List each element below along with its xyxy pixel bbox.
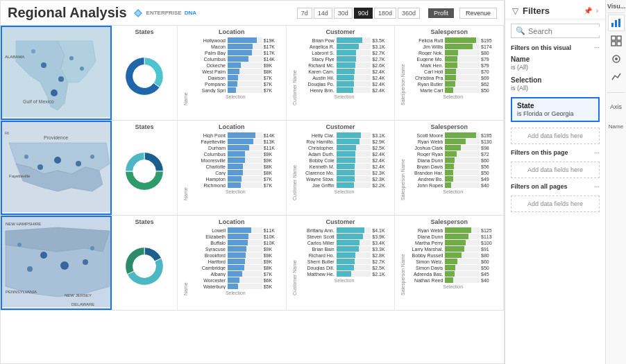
tab-180d[interactable]: 180d: [374, 8, 396, 19]
location-title-1: Location: [182, 28, 282, 35]
add-fields-all[interactable]: Add data fields here: [511, 196, 600, 212]
bar-name: Matthew He.: [298, 272, 337, 277]
revenue-button[interactable]: Revenue: [459, 8, 497, 19]
bar-value: $50: [480, 88, 499, 93]
bar-track: [445, 81, 480, 87]
tab-visualizations[interactable]: [608, 15, 625, 31]
logo-text: ENTERPRISE: [146, 10, 182, 16]
bar-fill: [445, 265, 455, 270]
svg-point-37: [615, 58, 618, 60]
bar-item: Hetty Clar. $3.1K: [298, 132, 391, 138]
bar-track: [337, 44, 371, 49]
bar-value: $113: [480, 234, 499, 239]
tab-90d[interactable]: 90d: [354, 8, 373, 19]
bar-value: $2.2K: [371, 183, 390, 188]
bar-name: Roger Ryan: [407, 152, 445, 157]
filters-title: Filters: [523, 6, 580, 16]
bar-item: Columbus $14K: [189, 56, 282, 62]
bar-fill: [337, 132, 362, 138]
bar-value: $2.7K: [371, 259, 390, 264]
map-panel-3[interactable]: NEW HAMPSHIRE PENNSYLVANIA NEW JERSEY DE…: [1, 216, 112, 310]
bar-fill: [445, 145, 460, 150]
bar-name: Hampton: [189, 177, 228, 182]
bar-name: Buffalo: [189, 241, 228, 245]
bar-track: [445, 252, 480, 258]
tab-data[interactable]: [608, 33, 625, 49]
bar-track: [228, 81, 262, 87]
bar-track: [337, 62, 371, 68]
location-panel-1: LocationName Hollywood $19K Macon $17K P…: [178, 26, 287, 120]
svg-point-23: [90, 246, 94, 250]
donut-container-2: [116, 132, 173, 210]
bar-name: Labront S.: [298, 51, 337, 55]
bar-value: $100: [480, 241, 499, 245]
bar-name: Palm Bay: [189, 51, 228, 55]
tab-14d[interactable]: 14d: [314, 8, 332, 19]
bar-name: West Palm: [189, 69, 228, 74]
bar-track: [228, 176, 262, 182]
bar-value: $7K: [262, 183, 282, 188]
bar-fill: [228, 87, 236, 93]
bar-fill: [228, 81, 237, 87]
forward-icon[interactable]: ›: [596, 7, 598, 15]
bar-track: [337, 50, 371, 55]
bar-track: [337, 259, 371, 264]
tab-360d[interactable]: 360d: [398, 8, 420, 19]
bar-fill: [228, 284, 238, 289]
add-fields-page[interactable]: Add data fields here: [511, 162, 600, 178]
bar-track: [337, 87, 371, 93]
bar-fill: [337, 164, 355, 169]
bar-name: Ryan Webb: [407, 139, 445, 144]
customer-y-axis-2: Customer Name: [291, 132, 298, 202]
bar-name: Elizabeth: [189, 234, 228, 239]
map-panel-1[interactable]: Gulf of Mexico ALABAMA: [1, 26, 112, 120]
search-box[interactable]: 🔍: [511, 24, 600, 38]
map-panel-2[interactable]: Providence Fayetteville RI: [1, 121, 112, 215]
bar-track: [228, 132, 262, 138]
salesperson-bars-1: Felicia Rutt $195 Jim Willis $174 Roger …: [407, 37, 499, 107]
bar-value: $2.9K: [371, 139, 390, 144]
bar-item: High Point $14K: [189, 132, 282, 138]
bar-value: $17K: [262, 44, 282, 49]
bar-track: [337, 265, 371, 270]
tab-format[interactable]: [608, 51, 625, 67]
search-input[interactable]: [528, 27, 605, 35]
salesperson-title-3: Salesperson: [399, 218, 499, 225]
bar-item: Brian Bain $3.3K: [298, 246, 391, 252]
pin-icon[interactable]: 📌: [584, 7, 592, 15]
bar-fill: [445, 69, 456, 74]
tab-axis[interactable]: Axis: [608, 98, 625, 115]
bar-item: Dawson $7K: [189, 75, 282, 80]
location-panel-2: LocationName High Point $14K Fayettevill…: [178, 121, 287, 215]
bar-item: Diana Dunn $60: [407, 157, 499, 163]
bar-name: Sandy Spri: [189, 88, 228, 93]
bar-item: Kenneth M. $2.4K: [298, 164, 391, 169]
bar-item: Simon Welz. $60: [407, 259, 499, 264]
bar-fill: [228, 37, 257, 43]
bar-fill: [337, 176, 355, 182]
tab-7d[interactable]: 7d: [297, 8, 312, 19]
svg-rect-30: [615, 20, 617, 27]
bar-item: Bobby Cole $2.4K: [298, 157, 391, 163]
tab-analytics[interactable]: [608, 69, 625, 85]
location-name-axis-3: Name: [182, 227, 189, 297]
bar-value: $60: [480, 259, 499, 264]
bar-fill: [228, 69, 239, 74]
bar-value: $2.4K: [371, 88, 390, 93]
bar-item: Charlotte $8K: [189, 164, 282, 169]
bar-value: $80: [480, 253, 499, 258]
state-filter-card[interactable]: State is Florida or Georgia: [511, 97, 600, 122]
bar-fill: [445, 227, 471, 233]
tab-legend[interactable]: Name: [608, 118, 625, 135]
bar-fill: [228, 157, 245, 163]
customer-panel-2: CustomerCustomer Name Hetty Clar. $3.1K …: [287, 121, 396, 215]
svg-point-14: [24, 155, 28, 159]
bar-item: Macon $17K: [189, 44, 282, 49]
name-filter-value: is (All): [511, 64, 600, 71]
profit-button[interactable]: Profit: [428, 8, 454, 18]
bar-track: [445, 277, 480, 283]
add-fields-visual[interactable]: Add data fields here: [511, 128, 600, 144]
bar-track: [228, 62, 262, 68]
states-title: States: [116, 123, 173, 130]
tab-30d[interactable]: 30d: [334, 8, 353, 19]
